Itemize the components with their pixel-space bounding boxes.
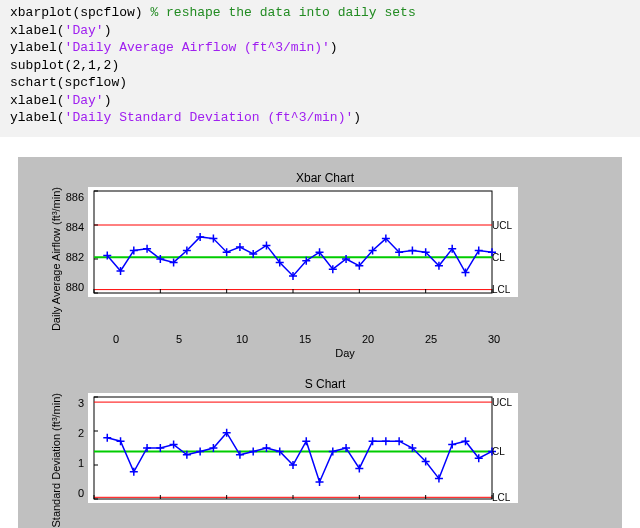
code-token: ylabel( xyxy=(10,40,65,55)
x-axis-label: Day xyxy=(86,347,604,359)
chart-title: Xbar Chart xyxy=(46,171,604,185)
figure-window: Xbar Chart Daily Average Airflow (ft³/mi… xyxy=(18,157,622,528)
code-token: ) xyxy=(330,40,338,55)
code-token: xlabel( xyxy=(10,93,65,108)
xbar-chart-panel: Xbar Chart Daily Average Airflow (ft³/mi… xyxy=(46,171,604,359)
y-axis-label: Daily Average Airflow (ft³/min) xyxy=(46,187,62,331)
code-token: xlabel( xyxy=(10,23,65,38)
code-block: xbarplot(spcflow) % reshape the data int… xyxy=(0,0,640,137)
chart-title: S Chart xyxy=(46,377,604,391)
s-chart-panel: S Chart Daily Standard Deviation (ft³/mi… xyxy=(46,377,604,528)
y-axis-ticks: 3210 xyxy=(62,393,88,503)
code-token: ) xyxy=(353,110,361,125)
y-axis-label: Daily Standard Deviation (ft³/min) xyxy=(46,393,62,528)
code-comment: % reshape the data into daily sets xyxy=(150,5,415,20)
code-token: ) xyxy=(104,23,112,38)
code-token: ylabel( xyxy=(10,110,65,125)
plot-canvas xyxy=(88,187,518,297)
code-token: schart(spcflow) xyxy=(10,75,127,90)
code-token: ) xyxy=(104,93,112,108)
code-string: 'Day' xyxy=(65,93,104,108)
x-axis-ticks: 051015202530 xyxy=(100,333,530,345)
code-token: subplot(2,1,2) xyxy=(10,58,119,73)
code-string: 'Day' xyxy=(65,23,104,38)
code-string: 'Daily Average Airflow (ft^3/min)' xyxy=(65,40,330,55)
code-string: 'Daily Standard Deviation (ft^3/min)' xyxy=(65,110,354,125)
code-token: xbarplot(spcflow) xyxy=(10,5,150,20)
y-axis-ticks: 886884882880 xyxy=(62,187,88,297)
plot-canvas xyxy=(88,393,518,503)
